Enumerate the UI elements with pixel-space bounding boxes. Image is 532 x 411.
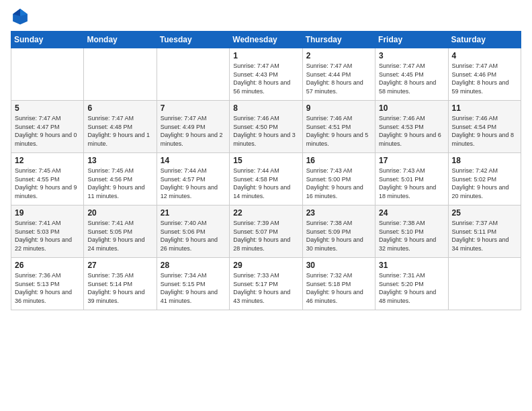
calendar-cell: 4Sunrise: 7:47 AM Sunset: 4:46 PM Daylig… xyxy=(448,48,521,101)
calendar-cell: 20Sunrise: 7:41 AM Sunset: 5:05 PM Dayli… xyxy=(84,205,157,258)
day-number: 22 xyxy=(233,208,298,218)
day-info: Sunrise: 7:41 AM Sunset: 5:05 PM Dayligh… xyxy=(87,219,152,253)
day-info: Sunrise: 7:31 AM Sunset: 5:20 PM Dayligh… xyxy=(379,271,444,305)
calendar-cell: 13Sunrise: 7:45 AM Sunset: 4:56 PM Dayli… xyxy=(84,153,157,205)
calendar-cell: 27Sunrise: 7:35 AM Sunset: 5:14 PM Dayli… xyxy=(84,258,157,310)
day-number: 24 xyxy=(379,208,444,218)
calendar-cell: 21Sunrise: 7:40 AM Sunset: 5:06 PM Dayli… xyxy=(157,205,229,258)
calendar-cell: 17Sunrise: 7:43 AM Sunset: 5:01 PM Dayli… xyxy=(375,153,448,205)
day-number: 8 xyxy=(233,103,298,113)
day-info: Sunrise: 7:38 AM Sunset: 5:09 PM Dayligh… xyxy=(306,219,371,253)
day-info: Sunrise: 7:46 AM Sunset: 4:54 PM Dayligh… xyxy=(452,114,517,148)
day-info: Sunrise: 7:37 AM Sunset: 5:11 PM Dayligh… xyxy=(452,219,517,253)
day-info: Sunrise: 7:46 AM Sunset: 4:51 PM Dayligh… xyxy=(306,114,371,148)
weekday-header-row: SundayMondayTuesdayWednesdayThursdayFrid… xyxy=(11,32,521,48)
main-container: SundayMondayTuesdayWednesdayThursdayFrid… xyxy=(0,0,532,317)
calendar-cell: 7Sunrise: 7:47 AM Sunset: 4:49 PM Daylig… xyxy=(157,101,229,153)
day-number: 12 xyxy=(15,156,80,165)
day-number: 1 xyxy=(233,51,298,60)
weekday-header: Monday xyxy=(84,32,157,48)
day-info: Sunrise: 7:47 AM Sunset: 4:46 PM Dayligh… xyxy=(452,62,517,95)
day-info: Sunrise: 7:38 AM Sunset: 5:10 PM Dayligh… xyxy=(379,219,444,253)
day-info: Sunrise: 7:42 AM Sunset: 5:02 PM Dayligh… xyxy=(452,167,517,200)
calendar-cell: 1Sunrise: 7:47 AM Sunset: 4:43 PM Daylig… xyxy=(230,48,302,101)
day-info: Sunrise: 7:32 AM Sunset: 5:18 PM Dayligh… xyxy=(306,271,371,305)
calendar-cell: 6Sunrise: 7:47 AM Sunset: 4:48 PM Daylig… xyxy=(84,101,157,153)
calendar-cell: 24Sunrise: 7:38 AM Sunset: 5:10 PM Dayli… xyxy=(375,205,448,258)
day-number: 2 xyxy=(306,51,371,60)
calendar-cell: 25Sunrise: 7:37 AM Sunset: 5:11 PM Dayli… xyxy=(448,205,521,258)
day-info: Sunrise: 7:47 AM Sunset: 4:49 PM Dayligh… xyxy=(161,114,226,148)
day-info: Sunrise: 7:43 AM Sunset: 5:00 PM Dayligh… xyxy=(306,167,371,200)
day-info: Sunrise: 7:47 AM Sunset: 4:47 PM Dayligh… xyxy=(15,114,80,148)
day-number: 27 xyxy=(87,261,152,270)
day-number: 20 xyxy=(87,208,152,218)
calendar-cell xyxy=(157,48,229,101)
calendar-cell: 2Sunrise: 7:47 AM Sunset: 4:44 PM Daylig… xyxy=(302,48,375,101)
calendar-week-row: 26Sunrise: 7:36 AM Sunset: 5:13 PM Dayli… xyxy=(11,258,521,310)
calendar-cell xyxy=(448,258,521,310)
day-number: 31 xyxy=(379,261,444,270)
calendar-cell: 14Sunrise: 7:44 AM Sunset: 4:57 PM Dayli… xyxy=(157,153,229,205)
day-number: 29 xyxy=(233,261,298,270)
day-info: Sunrise: 7:47 AM Sunset: 4:48 PM Dayligh… xyxy=(87,114,152,148)
weekday-header: Wednesday xyxy=(230,32,302,48)
calendar-cell: 18Sunrise: 7:42 AM Sunset: 5:02 PM Dayli… xyxy=(448,153,521,205)
day-info: Sunrise: 7:45 AM Sunset: 4:55 PM Dayligh… xyxy=(15,167,80,200)
logo-icon xyxy=(11,7,30,26)
day-info: Sunrise: 7:33 AM Sunset: 5:17 PM Dayligh… xyxy=(233,271,298,305)
calendar-cell: 11Sunrise: 7:46 AM Sunset: 4:54 PM Dayli… xyxy=(448,101,521,153)
calendar-cell: 23Sunrise: 7:38 AM Sunset: 5:09 PM Dayli… xyxy=(302,205,375,258)
weekday-header: Tuesday xyxy=(157,32,229,48)
day-number: 28 xyxy=(161,261,226,270)
day-info: Sunrise: 7:36 AM Sunset: 5:13 PM Dayligh… xyxy=(15,271,80,305)
day-number: 3 xyxy=(379,51,444,60)
day-info: Sunrise: 7:35 AM Sunset: 5:14 PM Dayligh… xyxy=(87,271,152,305)
calendar-cell: 31Sunrise: 7:31 AM Sunset: 5:20 PM Dayli… xyxy=(375,258,448,310)
calendar-table: SundayMondayTuesdayWednesdayThursdayFrid… xyxy=(11,31,521,310)
day-number: 21 xyxy=(161,208,226,218)
day-number: 4 xyxy=(452,51,517,60)
calendar-cell xyxy=(84,48,157,101)
day-number: 13 xyxy=(87,156,152,165)
calendar-cell: 3Sunrise: 7:47 AM Sunset: 4:45 PM Daylig… xyxy=(375,48,448,101)
day-number: 26 xyxy=(15,261,80,270)
calendar-cell: 29Sunrise: 7:33 AM Sunset: 5:17 PM Dayli… xyxy=(230,258,302,310)
weekday-header: Thursday xyxy=(302,32,375,48)
day-number: 15 xyxy=(233,156,298,165)
weekday-header: Saturday xyxy=(448,32,521,48)
day-info: Sunrise: 7:40 AM Sunset: 5:06 PM Dayligh… xyxy=(161,219,226,253)
day-number: 9 xyxy=(306,103,371,113)
day-number: 16 xyxy=(306,156,371,165)
calendar-cell: 30Sunrise: 7:32 AM Sunset: 5:18 PM Dayli… xyxy=(302,258,375,310)
day-info: Sunrise: 7:44 AM Sunset: 4:57 PM Dayligh… xyxy=(161,167,226,200)
day-number: 17 xyxy=(379,156,444,165)
calendar-cell: 22Sunrise: 7:39 AM Sunset: 5:07 PM Dayli… xyxy=(230,205,302,258)
calendar-week-row: 5Sunrise: 7:47 AM Sunset: 4:47 PM Daylig… xyxy=(11,101,521,153)
day-number: 19 xyxy=(15,208,80,218)
day-info: Sunrise: 7:44 AM Sunset: 4:58 PM Dayligh… xyxy=(233,167,298,200)
day-number: 14 xyxy=(161,156,226,165)
weekday-header: Sunday xyxy=(11,32,84,48)
header-area xyxy=(11,7,521,26)
calendar-cell: 26Sunrise: 7:36 AM Sunset: 5:13 PM Dayli… xyxy=(11,258,84,310)
day-number: 11 xyxy=(452,103,517,113)
day-info: Sunrise: 7:45 AM Sunset: 4:56 PM Dayligh… xyxy=(87,167,152,200)
day-info: Sunrise: 7:39 AM Sunset: 5:07 PM Dayligh… xyxy=(233,219,298,253)
calendar-week-row: 1Sunrise: 7:47 AM Sunset: 4:43 PM Daylig… xyxy=(11,48,521,101)
day-info: Sunrise: 7:34 AM Sunset: 5:15 PM Dayligh… xyxy=(161,271,226,305)
calendar-cell xyxy=(11,48,84,101)
calendar-week-row: 12Sunrise: 7:45 AM Sunset: 4:55 PM Dayli… xyxy=(11,153,521,205)
calendar-cell: 5Sunrise: 7:47 AM Sunset: 4:47 PM Daylig… xyxy=(11,101,84,153)
day-info: Sunrise: 7:43 AM Sunset: 5:01 PM Dayligh… xyxy=(379,167,444,200)
calendar-cell: 8Sunrise: 7:46 AM Sunset: 4:50 PM Daylig… xyxy=(230,101,302,153)
calendar-cell: 16Sunrise: 7:43 AM Sunset: 5:00 PM Dayli… xyxy=(302,153,375,205)
day-number: 18 xyxy=(452,156,517,165)
day-info: Sunrise: 7:47 AM Sunset: 4:45 PM Dayligh… xyxy=(379,62,444,95)
day-number: 6 xyxy=(87,103,152,113)
day-number: 10 xyxy=(379,103,444,113)
day-number: 25 xyxy=(452,208,517,218)
day-info: Sunrise: 7:47 AM Sunset: 4:43 PM Dayligh… xyxy=(233,62,298,95)
weekday-header: Friday xyxy=(375,32,448,48)
day-number: 7 xyxy=(161,103,226,113)
